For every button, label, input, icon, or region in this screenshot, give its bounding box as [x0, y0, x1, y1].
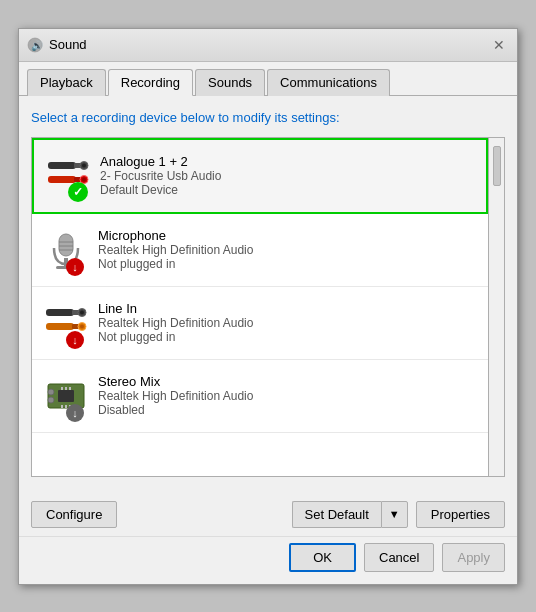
dialog-buttons: OK Cancel Apply: [19, 536, 517, 584]
tab-recording[interactable]: Recording: [108, 69, 193, 96]
window-title: Sound: [49, 37, 87, 52]
svg-rect-16: [46, 309, 74, 316]
scroll-grip[interactable]: [493, 146, 501, 186]
analogue-name: Analogue 1 + 2: [100, 154, 478, 169]
svg-point-23: [80, 324, 84, 328]
tab-communications[interactable]: Communications: [267, 69, 390, 96]
mic-name: Microphone: [98, 228, 480, 243]
configure-button[interactable]: Configure: [31, 501, 117, 528]
svg-rect-12: [59, 234, 73, 256]
analogue-status: Default Device: [100, 183, 478, 197]
scrollbar[interactable]: [488, 138, 504, 476]
device-item-stereomix[interactable]: Stereo Mix Realtek High Definition Audio…: [32, 360, 488, 433]
set-default-button[interactable]: Set Default: [292, 501, 381, 528]
title-bar: 🔊 Sound ✕: [19, 29, 517, 62]
ok-button[interactable]: OK: [289, 543, 356, 572]
svg-rect-28: [69, 387, 71, 390]
svg-rect-20: [46, 323, 74, 330]
tab-playback[interactable]: Playback: [27, 69, 106, 96]
red-down-badge: [66, 258, 84, 276]
svg-point-19: [80, 310, 84, 314]
apply-button[interactable]: Apply: [442, 543, 505, 572]
action-buttons-row: Configure Set Default ▼ Properties: [19, 491, 517, 536]
check-green-badge: [68, 182, 88, 202]
svg-rect-29: [61, 405, 63, 408]
analogue-info: Analogue 1 + 2 2- Focusrite Usb Audio De…: [94, 154, 478, 197]
linein-driver: Realtek High Definition Audio: [98, 316, 480, 330]
cancel-button[interactable]: Cancel: [364, 543, 434, 572]
svg-rect-6: [48, 176, 76, 183]
mic-status: Not plugged in: [98, 257, 480, 271]
stereomix-status: Disabled: [98, 403, 480, 417]
title-bar-left: 🔊 Sound: [27, 37, 87, 53]
svg-point-5: [82, 163, 86, 167]
set-default-arrow[interactable]: ▼: [381, 501, 408, 528]
instruction-text: Select a recording device below to modif…: [31, 110, 505, 125]
properties-button[interactable]: Properties: [416, 501, 505, 528]
mic-info: Microphone Realtek High Definition Audio…: [92, 228, 480, 271]
device-item-analogue12[interactable]: Analogue 1 + 2 2- Focusrite Usb Audio De…: [32, 138, 488, 214]
sound-dialog: 🔊 Sound ✕ Playback Recording Sounds Comm…: [18, 28, 518, 585]
device-list-inner: Analogue 1 + 2 2- Focusrite Usb Audio De…: [32, 138, 488, 433]
device-list: Analogue 1 + 2 2- Focusrite Usb Audio De…: [31, 137, 505, 477]
linein-icon-wrap: [40, 297, 92, 349]
mic-icon-wrap: [40, 224, 92, 276]
tab-sounds[interactable]: Sounds: [195, 69, 265, 96]
content-area: Select a recording device below to modif…: [19, 96, 517, 491]
device-item-linein[interactable]: Line In Realtek High Definition Audio No…: [32, 287, 488, 360]
svg-rect-25: [58, 390, 74, 402]
svg-point-9: [82, 177, 86, 181]
linein-info: Line In Realtek High Definition Audio No…: [92, 301, 480, 344]
linein-red-down-badge: [66, 331, 84, 349]
linein-status: Not plugged in: [98, 330, 480, 344]
close-button[interactable]: ✕: [489, 35, 509, 55]
svg-rect-2: [48, 162, 76, 169]
svg-point-33: [48, 397, 54, 403]
svg-text:🔊: 🔊: [31, 39, 43, 52]
stereomix-driver: Realtek High Definition Audio: [98, 389, 480, 403]
svg-point-32: [48, 389, 54, 395]
svg-rect-27: [65, 387, 67, 390]
right-action-buttons: Set Default ▼ Properties: [292, 501, 505, 528]
linein-name: Line In: [98, 301, 480, 316]
stereomix-gray-down-badge: [66, 404, 84, 422]
mic-driver: Realtek High Definition Audio: [98, 243, 480, 257]
tab-bar: Playback Recording Sounds Communications: [19, 62, 517, 96]
analogue-driver: 2- Focusrite Usb Audio: [100, 169, 478, 183]
device-item-microphone[interactable]: Microphone Realtek High Definition Audio…: [32, 214, 488, 287]
stereomix-icon-wrap: [40, 370, 92, 422]
sound-icon: 🔊: [27, 37, 43, 53]
set-default-group: Set Default ▼: [292, 501, 408, 528]
analogue-icon-wrap: [42, 150, 94, 202]
stereomix-info: Stereo Mix Realtek High Definition Audio…: [92, 374, 480, 417]
svg-rect-26: [61, 387, 63, 390]
stereomix-name: Stereo Mix: [98, 374, 480, 389]
